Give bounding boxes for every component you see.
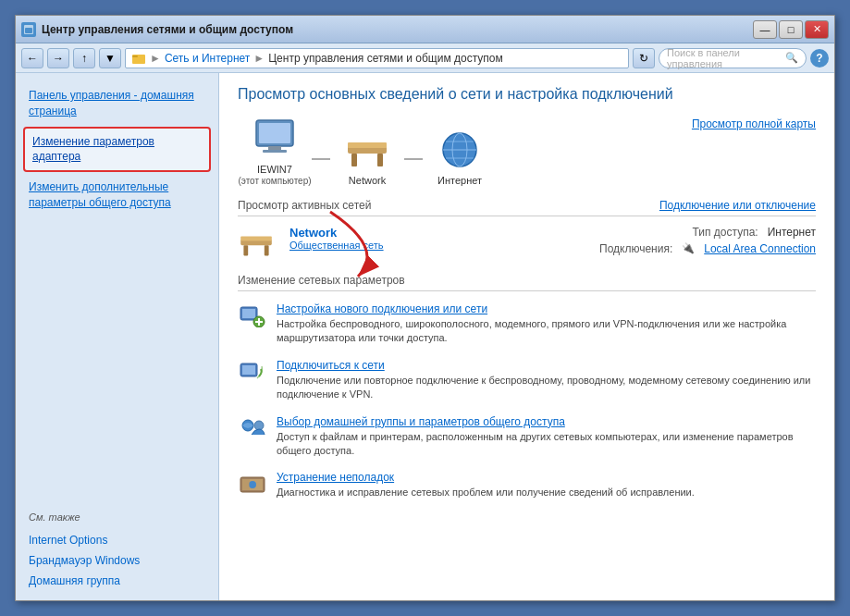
troubleshoot-link[interactable]: Устранение неполадок bbox=[277, 471, 816, 484]
new-connection-link[interactable]: Настройка нового подключения или сети bbox=[277, 302, 816, 315]
svg-rect-33 bbox=[242, 479, 250, 490]
new-connection-desc: Настройка беспроводного, широкополосного… bbox=[277, 318, 786, 343]
connection-label: Подключения: bbox=[599, 242, 672, 255]
change-section-title: Изменение сетевых параметров bbox=[238, 274, 816, 291]
content-area: Просмотр основных сведений о сети и наст… bbox=[219, 73, 834, 600]
title-bar-left: Центр управления сетями и общим доступом bbox=[21, 22, 293, 37]
breadcrumb: ► Сеть и Интернет ► Центр управления сет… bbox=[125, 48, 629, 68]
access-type-value: Интернет bbox=[768, 226, 816, 239]
address-bar: ← → ↑ ▼ ► Сеть и Интернет ► Центр управл… bbox=[16, 43, 834, 73]
homegroup-link[interactable]: Выбор домашней группы и параметров общег… bbox=[277, 415, 816, 428]
connect-desc: Подключение или повторное подключение к … bbox=[277, 375, 810, 400]
help-button[interactable]: ? bbox=[810, 49, 829, 68]
change-item-homegroup: Выбор домашней группы и параметров общег… bbox=[238, 415, 816, 459]
network-icons-row: IEWIN7(этот компьютер) bbox=[238, 117, 497, 186]
sidebar-homegroup[interactable]: Домашняя группа bbox=[16, 571, 218, 591]
up-button[interactable]: ↑ bbox=[73, 48, 95, 68]
sidebar-home[interactable]: Панель управления - домашняя страница bbox=[16, 82, 218, 125]
change-item-troubleshoot: Устранение неполадок Диагностика и испра… bbox=[238, 471, 816, 499]
folder-icon bbox=[131, 51, 146, 66]
new-connection-text: Настройка нового подключения или сети На… bbox=[277, 302, 816, 346]
breadcrumb-network[interactable]: Сеть и Интернет bbox=[165, 52, 250, 65]
troubleshoot-icon bbox=[238, 471, 267, 497]
window-icon bbox=[21, 22, 36, 37]
network-node-computer: IEWIN7(этот компьютер) bbox=[238, 117, 312, 186]
search-icon: 🔍 bbox=[785, 52, 798, 64]
sidebar-item-change-advanced[interactable]: Изменить дополнительные параметры общего… bbox=[16, 174, 218, 216]
search-placeholder: Поиск в панели управления bbox=[667, 47, 782, 69]
connect-link[interactable]: Подключиться к сети bbox=[277, 359, 816, 372]
window-controls: — □ ✕ bbox=[753, 20, 829, 39]
bench-icon bbox=[343, 129, 391, 171]
dropdown-button[interactable]: ▼ bbox=[99, 48, 121, 68]
search-bar[interactable]: Поиск в панели управления 🔍 bbox=[659, 48, 807, 68]
svg-rect-1 bbox=[25, 28, 32, 33]
connect-icon bbox=[238, 359, 267, 385]
active-network-row: Network Общественная сеть Тип доступа: И… bbox=[238, 226, 816, 259]
connect-text: Подключиться к сети Подключение или повт… bbox=[277, 359, 816, 402]
active-network-name: Network bbox=[289, 226, 585, 240]
homegroup-desc: Доступ к файлам и принтерам, расположенн… bbox=[277, 431, 794, 456]
computer-label: IEWIN7(этот компьютер) bbox=[238, 164, 311, 186]
window-title: Центр управления сетями и общим доступом bbox=[42, 23, 293, 36]
maximize-button[interactable]: □ bbox=[779, 20, 803, 39]
active-network-bench-icon bbox=[238, 226, 275, 259]
svg-rect-9 bbox=[351, 154, 357, 166]
network-label: Network bbox=[349, 175, 386, 186]
troubleshoot-desc: Диагностика и исправление сетевых пробле… bbox=[277, 487, 695, 498]
homegroup-text: Выбор домашней группы и параметров общег… bbox=[277, 415, 816, 459]
active-networks-title: Просмотр активных сетей bbox=[238, 199, 371, 212]
active-networks-section: Просмотр активных сетей Подключение или … bbox=[238, 199, 816, 259]
homegroup-icon bbox=[238, 415, 267, 441]
change-item-new-connection: Настройка нового подключения или сети На… bbox=[238, 302, 816, 346]
network-node-internet: Интернет bbox=[423, 129, 497, 186]
globe-icon bbox=[436, 129, 484, 171]
svg-rect-5 bbox=[259, 123, 290, 143]
title-bar: Центр управления сетями и общим доступом… bbox=[16, 16, 834, 43]
view-full-map-link[interactable]: Просмотр полной карты bbox=[692, 117, 816, 130]
svg-rect-6 bbox=[268, 146, 281, 150]
network-node-network: Network bbox=[330, 129, 404, 186]
connector-2 bbox=[404, 158, 423, 160]
breadcrumb-current: Центр управления сетями и общим доступом bbox=[268, 52, 503, 65]
sidebar-internet-options[interactable]: Internet Options bbox=[16, 530, 218, 550]
svg-rect-18 bbox=[243, 245, 248, 255]
sidebar: Панель управления - домашняя страница Из… bbox=[16, 73, 219, 600]
active-network-type[interactable]: Общественная сеть bbox=[289, 240, 585, 251]
refresh-button[interactable]: ↻ bbox=[633, 48, 655, 68]
active-network-details: Тип доступа: Интернет Подключения: 🔌 Loc… bbox=[599, 226, 816, 259]
back-button[interactable]: ← bbox=[21, 48, 43, 68]
connect-disconnect-link[interactable]: Подключение или отключение bbox=[659, 199, 816, 212]
close-button[interactable]: ✕ bbox=[805, 20, 829, 39]
sidebar-item-change-adapter[interactable]: Изменение параметров адаптера bbox=[23, 127, 211, 173]
minimize-button[interactable]: — bbox=[753, 20, 777, 39]
svg-rect-10 bbox=[377, 154, 383, 166]
svg-rect-22 bbox=[242, 309, 255, 318]
new-connection-icon bbox=[238, 302, 267, 328]
page-title: Просмотр основных сведений о сети и наст… bbox=[238, 86, 816, 103]
main-window: Центр управления сетями и общим доступом… bbox=[15, 15, 835, 601]
internet-label: Интернет bbox=[437, 175, 482, 186]
monitor-icon bbox=[251, 117, 299, 160]
svg-rect-11 bbox=[348, 142, 387, 148]
forward-button[interactable]: → bbox=[47, 48, 69, 68]
svg-rect-3 bbox=[132, 55, 138, 57]
sidebar-firewall[interactable]: Брандмауэр Windows bbox=[16, 550, 218, 571]
connector-1 bbox=[312, 158, 330, 160]
change-section: Изменение сетевых параметров Настро bbox=[238, 274, 816, 500]
see-also-label: См. также bbox=[16, 504, 218, 530]
svg-rect-27 bbox=[242, 365, 255, 375]
connection-row: Подключения: 🔌 Local Area Connection bbox=[599, 242, 816, 255]
troubleshoot-text: Устранение неполадок Диагностика и испра… bbox=[277, 471, 816, 499]
svg-rect-7 bbox=[263, 150, 287, 153]
svg-rect-20 bbox=[240, 237, 272, 241]
sidebar-spacer bbox=[16, 216, 218, 504]
connection-value[interactable]: Local Area Connection bbox=[704, 242, 816, 255]
network-map-row: IEWIN7(этот компьютер) bbox=[238, 117, 816, 186]
connection-icon: 🔌 bbox=[682, 242, 695, 255]
access-type-row: Тип доступа: Интернет bbox=[599, 226, 816, 239]
change-item-connect: Подключиться к сети Подключение или повт… bbox=[238, 359, 816, 402]
svg-rect-19 bbox=[265, 245, 269, 255]
active-network-info: Network Общественная сеть bbox=[289, 226, 585, 251]
access-type-label: Тип доступа: bbox=[692, 226, 758, 239]
